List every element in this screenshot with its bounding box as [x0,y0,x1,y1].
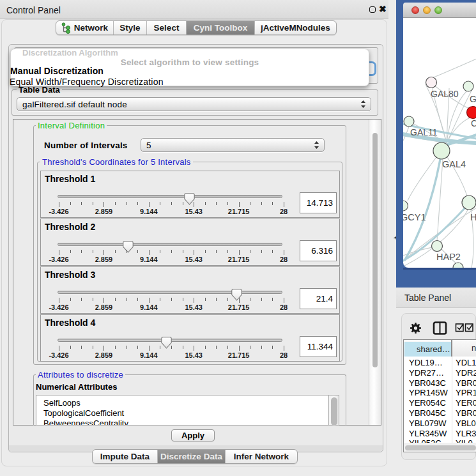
svg-text:HAP2: HAP2 [436,252,461,262]
svg-text:GCY1: GCY1 [403,212,426,222]
svg-text:GAL4: GAL4 [442,159,466,169]
svg-text:GAL80: GAL80 [431,89,459,99]
svg-text:C: C [471,118,476,128]
svg-text:GAL11: GAL11 [410,127,438,137]
svg-text:GA: GA [470,94,476,104]
svg-text:HI: HI [470,212,476,222]
